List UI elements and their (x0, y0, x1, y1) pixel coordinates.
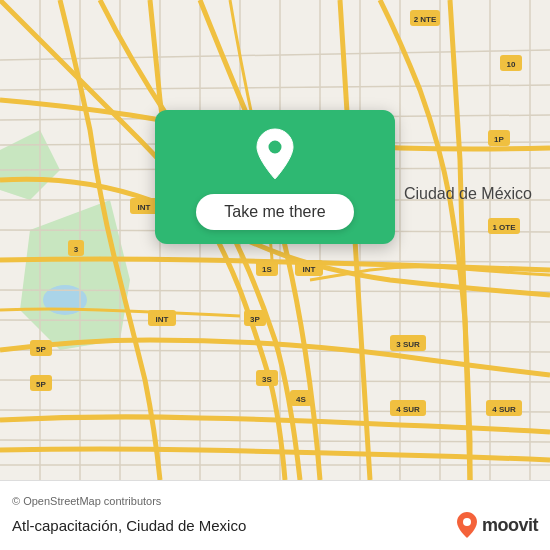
svg-text:4 SUR: 4 SUR (492, 405, 516, 414)
svg-text:1S: 1S (262, 265, 272, 274)
svg-text:INT: INT (138, 203, 151, 212)
svg-text:2 NTE: 2 NTE (414, 15, 437, 24)
location-pin-icon (249, 128, 301, 180)
svg-text:3 SUR: 3 SUR (396, 340, 420, 349)
svg-text:4S: 4S (296, 395, 306, 404)
moovit-pin-icon (456, 511, 478, 539)
svg-text:INT: INT (156, 315, 169, 324)
svg-text:4 SUR: 4 SUR (396, 405, 420, 414)
svg-text:5P: 5P (36, 345, 46, 354)
svg-point-71 (463, 518, 471, 526)
place-info-row: Atl-capacitación, Ciudad de Mexico moovi… (0, 507, 550, 539)
svg-text:1P: 1P (494, 135, 504, 144)
attribution-text: © OpenStreetMap contributors (0, 492, 550, 507)
moovit-logo: moovit (456, 511, 538, 539)
svg-point-70 (267, 139, 283, 155)
city-label: Ciudad de México (404, 185, 532, 203)
moovit-brand-text: moovit (482, 515, 538, 536)
svg-text:5P: 5P (36, 380, 46, 389)
svg-text:INT: INT (303, 265, 316, 274)
place-name: Atl-capacitación, Ciudad de Mexico (12, 517, 246, 534)
svg-text:3P: 3P (250, 315, 260, 324)
svg-text:10: 10 (507, 60, 516, 69)
bottom-bar: © OpenStreetMap contributors Atl-capacit… (0, 480, 550, 550)
svg-text:3: 3 (74, 245, 79, 254)
popup-card: Take me there (155, 110, 395, 244)
svg-text:1 OTE: 1 OTE (492, 223, 516, 232)
take-me-there-button[interactable]: Take me there (196, 194, 353, 230)
svg-text:3S: 3S (262, 375, 272, 384)
